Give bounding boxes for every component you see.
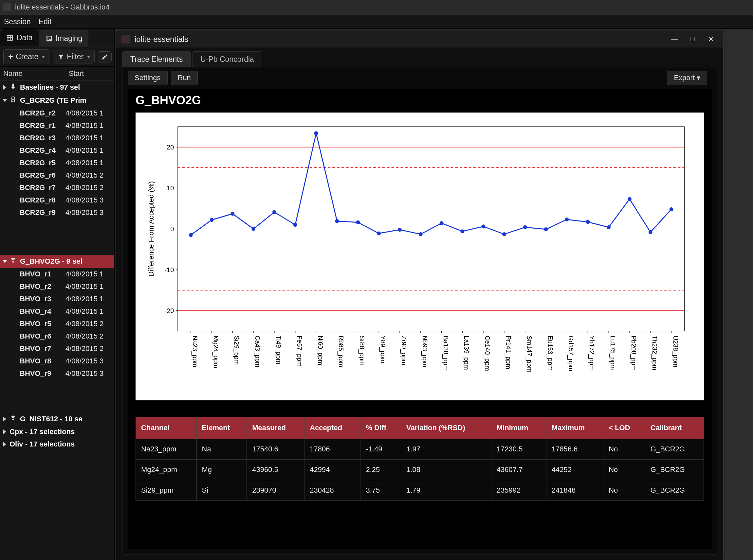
tree-item[interactable]: BHVO_r44/08/2015 1: [0, 305, 114, 318]
svg-point-6: [12, 97, 14, 100]
table-cell: 43607.7: [491, 460, 546, 480]
svg-point-38: [481, 224, 485, 228]
inner-app-icon: [121, 35, 130, 43]
svg-point-33: [377, 231, 381, 235]
tree-group-label: G_NIST612 - 10 se: [20, 415, 82, 423]
tree-group-label: Baselines - 97 sel: [20, 83, 80, 92]
table-cell: 42994: [305, 460, 361, 480]
tree-group-header[interactable]: G_BHVO2G - 9 sel: [0, 255, 114, 268]
tree-item[interactable]: BHVO_r64/08/2015 2: [0, 330, 114, 342]
tree-item-name: BCR2G_r2: [20, 109, 65, 117]
tree-item-date: 4/08/2015 3: [65, 208, 111, 217]
export-button[interactable]: Export▾: [667, 71, 707, 85]
table-cell: G_BCR2G: [645, 480, 703, 501]
table-cell: 2.25: [361, 460, 401, 480]
svg-text:Ti49_ppm: Ti49_ppm: [275, 336, 282, 364]
table-row[interactable]: Si29_ppmSi2390702304283.751.792359922418…: [136, 480, 704, 501]
tree-item[interactable]: BCR2G_r14/08/2015 1: [0, 119, 114, 132]
tree-item[interactable]: BCR2G_r54/08/2015 1: [0, 157, 114, 169]
filter-icon: [58, 54, 64, 60]
outer-window-titlebar: iolite essentials - Gabbros.io4: [0, 0, 753, 14]
table-cell: Si: [196, 480, 247, 501]
tree-item[interactable]: BCR2G_r64/08/2015 2: [0, 169, 114, 182]
svg-text:La139_ppm: La139_ppm: [463, 336, 470, 370]
content-scroll[interactable]: G_BHVO2G -20-1001020Difference From Acce…: [128, 89, 712, 549]
tree-item[interactable]: BCR2G_r34/08/2015 1: [0, 132, 114, 144]
svg-text:Nb93_ppm: Nb93_ppm: [421, 336, 428, 367]
edit-button[interactable]: [98, 51, 112, 62]
table-row[interactable]: Mg24_ppmMg43960.5429942.251.0843607.7442…: [136, 460, 704, 480]
svg-point-39: [502, 232, 506, 236]
table-cell: Na23_ppm: [136, 439, 197, 460]
tab-trace-elements[interactable]: Trace Elements: [122, 51, 191, 67]
svg-text:Ba138_ppm: Ba138_ppm: [442, 336, 449, 371]
tree-item-date: 4/08/2015 2: [65, 320, 111, 328]
svg-point-34: [398, 228, 402, 232]
minimize-button[interactable]: —: [668, 34, 681, 44]
content-title: G_BHVO2G: [136, 94, 704, 107]
inner-window: iolite-essentials — ☐ ✕ Trace Elements U…: [116, 31, 723, 560]
svg-point-24: [189, 233, 193, 237]
table-cell: No: [603, 439, 645, 460]
tree[interactable]: Baselines - 97 selG_BCR2G (TE PrimBCR2G_…: [0, 81, 114, 560]
tree-item-date: 4/08/2015 2: [65, 344, 111, 353]
tree-item-date: 4/08/2015 2: [65, 332, 111, 341]
tree-group-header[interactable]: Oliv - 17 selections: [0, 438, 114, 451]
tree-item[interactable]: BHVO_r14/08/2015 1: [0, 268, 114, 280]
run-button[interactable]: Run: [171, 71, 198, 85]
tree-item[interactable]: BCR2G_r24/08/2015 1: [0, 107, 114, 119]
menu-session[interactable]: Session: [4, 17, 31, 26]
plus-icon: +: [8, 52, 13, 62]
export-label: Export: [674, 74, 695, 82]
tree-item-date: 4/08/2015 3: [65, 369, 111, 378]
svg-text:Pr141_ppm: Pr141_ppm: [504, 336, 512, 369]
tree-item-name: BCR2G_r6: [20, 171, 65, 180]
tab-imaging[interactable]: Imaging: [39, 30, 89, 46]
tab-upb-concordia[interactable]: U-Pb Concordia: [192, 51, 262, 67]
table-row[interactable]: Na23_ppmNa17540.617806-1.491.9717230.517…: [136, 439, 704, 460]
tree-item-name: BHVO_r2: [20, 282, 65, 291]
tab-imaging-label: Imaging: [56, 34, 82, 43]
svg-point-28: [272, 210, 276, 214]
tree-item[interactable]: BCR2G_r74/08/2015 2: [0, 182, 114, 194]
settings-button[interactable]: Settings: [128, 71, 168, 85]
close-button[interactable]: ✕: [704, 34, 718, 44]
image-icon: [45, 35, 52, 42]
maximize-button[interactable]: ☐: [686, 34, 700, 44]
svg-text:Th232_ppm: Th232_ppm: [651, 336, 658, 370]
svg-text:Sm147_ppm: Sm147_ppm: [525, 336, 533, 372]
filter-button[interactable]: Filter ▾: [53, 50, 95, 63]
tree-item[interactable]: BHVO_r54/08/2015 2: [0, 318, 114, 330]
tree-item-date: 4/08/2015 2: [65, 171, 111, 180]
svg-text:Eu153_ppm: Eu153_ppm: [546, 336, 554, 371]
tree-item-date: 4/08/2015 1: [65, 121, 111, 130]
tree-group-header[interactable]: Baselines - 97 sel: [0, 81, 114, 94]
tree-group-header[interactable]: G_NIST612 - 10 se: [0, 413, 114, 425]
table-cell: No: [603, 460, 645, 480]
tab-data[interactable]: Data: [0, 29, 39, 46]
svg-point-31: [335, 219, 339, 223]
table-cell: 3.75: [361, 480, 401, 501]
tree-item[interactable]: BHVO_r24/08/2015 1: [0, 280, 114, 293]
tree-item-name: BCR2G_r4: [20, 146, 65, 155]
menu-edit[interactable]: Edit: [39, 17, 52, 26]
tree-item[interactable]: BHVO_r74/08/2015 2: [0, 342, 114, 355]
table-cell: No: [603, 480, 645, 501]
tree-item[interactable]: BHVO_r34/08/2015 1: [0, 293, 114, 305]
create-button[interactable]: + Create ▾: [3, 49, 50, 64]
svg-text:Y89_ppm: Y89_ppm: [379, 336, 387, 363]
tree-item[interactable]: BCR2G_r94/08/2015 3: [0, 206, 114, 219]
chevron-icon: [3, 429, 6, 434]
tree-item[interactable]: BCR2G_r44/08/2015 1: [0, 144, 114, 157]
badge-icon: [9, 96, 17, 105]
tree-item-date: 4/08/2015 1: [65, 109, 111, 117]
tree-item[interactable]: BCR2G_r84/08/2015 3: [0, 194, 114, 206]
tree-item[interactable]: BHVO_r84/08/2015 3: [0, 355, 114, 367]
create-label: Create: [16, 52, 38, 61]
tree-group-header[interactable]: Cpx - 17 selections: [0, 425, 114, 438]
tree-group-label: G_BCR2G (TE Prim: [20, 96, 86, 105]
tree-item-date: 4/08/2015 1: [65, 307, 111, 316]
tree-item[interactable]: BHVO_r94/08/2015 3: [0, 367, 114, 380]
tree-item-date: 4/08/2015 1: [65, 159, 111, 167]
tree-group-header[interactable]: G_BCR2G (TE Prim: [0, 94, 114, 107]
